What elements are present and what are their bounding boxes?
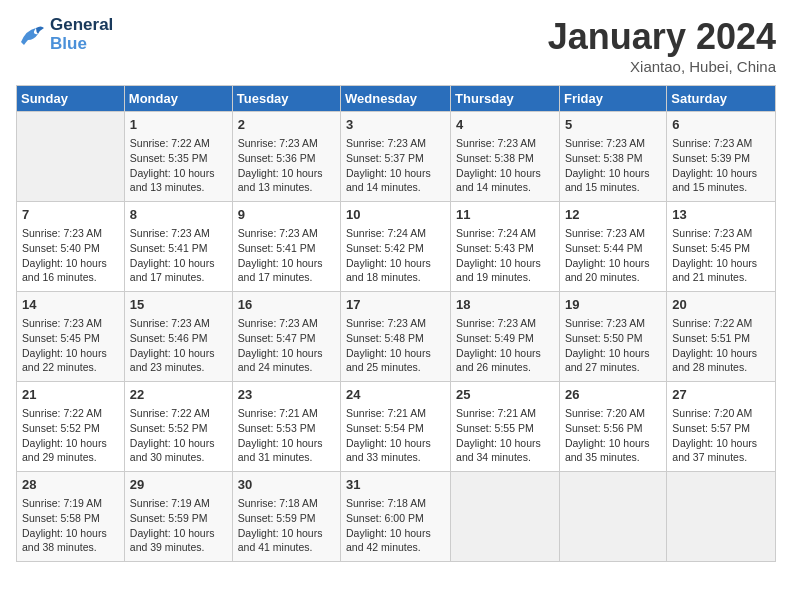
day-info: Sunrise: 7:23 AM Sunset: 5:47 PM Dayligh… (238, 317, 323, 373)
day-number: 25 (456, 386, 554, 404)
calendar-cell: 1Sunrise: 7:22 AM Sunset: 5:35 PM Daylig… (124, 112, 232, 202)
calendar-body: 1Sunrise: 7:22 AM Sunset: 5:35 PM Daylig… (17, 112, 776, 562)
day-info: Sunrise: 7:23 AM Sunset: 5:45 PM Dayligh… (672, 227, 757, 283)
calendar-cell: 18Sunrise: 7:23 AM Sunset: 5:49 PM Dayli… (451, 292, 560, 382)
calendar-cell (559, 472, 666, 562)
calendar-cell: 3Sunrise: 7:23 AM Sunset: 5:37 PM Daylig… (341, 112, 451, 202)
weekday-header: Friday (559, 86, 666, 112)
day-info: Sunrise: 7:22 AM Sunset: 5:52 PM Dayligh… (130, 407, 215, 463)
calendar-week-row: 7Sunrise: 7:23 AM Sunset: 5:40 PM Daylig… (17, 202, 776, 292)
day-info: Sunrise: 7:22 AM Sunset: 5:52 PM Dayligh… (22, 407, 107, 463)
calendar-cell: 22Sunrise: 7:22 AM Sunset: 5:52 PM Dayli… (124, 382, 232, 472)
day-number: 30 (238, 476, 335, 494)
calendar-cell: 6Sunrise: 7:23 AM Sunset: 5:39 PM Daylig… (667, 112, 776, 202)
calendar-cell: 14Sunrise: 7:23 AM Sunset: 5:45 PM Dayli… (17, 292, 125, 382)
weekday-header: Wednesday (341, 86, 451, 112)
day-info: Sunrise: 7:19 AM Sunset: 5:58 PM Dayligh… (22, 497, 107, 553)
calendar-cell: 25Sunrise: 7:21 AM Sunset: 5:55 PM Dayli… (451, 382, 560, 472)
calendar-cell: 5Sunrise: 7:23 AM Sunset: 5:38 PM Daylig… (559, 112, 666, 202)
day-number: 10 (346, 206, 445, 224)
day-number: 21 (22, 386, 119, 404)
day-info: Sunrise: 7:22 AM Sunset: 5:51 PM Dayligh… (672, 317, 757, 373)
day-number: 23 (238, 386, 335, 404)
day-info: Sunrise: 7:23 AM Sunset: 5:48 PM Dayligh… (346, 317, 431, 373)
title-block: January 2024 Xiantao, Hubei, China (548, 16, 776, 75)
day-number: 29 (130, 476, 227, 494)
day-number: 22 (130, 386, 227, 404)
day-number: 17 (346, 296, 445, 314)
day-info: Sunrise: 7:23 AM Sunset: 5:36 PM Dayligh… (238, 137, 323, 193)
calendar-week-row: 14Sunrise: 7:23 AM Sunset: 5:45 PM Dayli… (17, 292, 776, 382)
day-number: 5 (565, 116, 661, 134)
logo: General Blue (16, 16, 113, 53)
day-info: Sunrise: 7:22 AM Sunset: 5:35 PM Dayligh… (130, 137, 215, 193)
calendar-cell: 17Sunrise: 7:23 AM Sunset: 5:48 PM Dayli… (341, 292, 451, 382)
calendar-cell: 23Sunrise: 7:21 AM Sunset: 5:53 PM Dayli… (232, 382, 340, 472)
day-info: Sunrise: 7:21 AM Sunset: 5:54 PM Dayligh… (346, 407, 431, 463)
calendar-cell: 31Sunrise: 7:18 AM Sunset: 6:00 PM Dayli… (341, 472, 451, 562)
day-number: 4 (456, 116, 554, 134)
calendar-week-row: 28Sunrise: 7:19 AM Sunset: 5:58 PM Dayli… (17, 472, 776, 562)
day-info: Sunrise: 7:23 AM Sunset: 5:39 PM Dayligh… (672, 137, 757, 193)
calendar-cell: 8Sunrise: 7:23 AM Sunset: 5:41 PM Daylig… (124, 202, 232, 292)
location: Xiantao, Hubei, China (548, 58, 776, 75)
calendar-cell (17, 112, 125, 202)
day-info: Sunrise: 7:23 AM Sunset: 5:44 PM Dayligh… (565, 227, 650, 283)
day-number: 7 (22, 206, 119, 224)
calendar-cell: 27Sunrise: 7:20 AM Sunset: 5:57 PM Dayli… (667, 382, 776, 472)
page-header: General Blue January 2024 Xiantao, Hubei… (16, 16, 776, 75)
weekday-header: Thursday (451, 86, 560, 112)
day-number: 15 (130, 296, 227, 314)
month-title: January 2024 (548, 16, 776, 58)
day-number: 6 (672, 116, 770, 134)
weekday-header: Sunday (17, 86, 125, 112)
calendar-cell: 2Sunrise: 7:23 AM Sunset: 5:36 PM Daylig… (232, 112, 340, 202)
calendar-cell: 11Sunrise: 7:24 AM Sunset: 5:43 PM Dayli… (451, 202, 560, 292)
calendar-header: SundayMondayTuesdayWednesdayThursdayFrid… (17, 86, 776, 112)
day-info: Sunrise: 7:24 AM Sunset: 5:43 PM Dayligh… (456, 227, 541, 283)
day-info: Sunrise: 7:23 AM Sunset: 5:41 PM Dayligh… (130, 227, 215, 283)
calendar-cell: 28Sunrise: 7:19 AM Sunset: 5:58 PM Dayli… (17, 472, 125, 562)
day-info: Sunrise: 7:23 AM Sunset: 5:49 PM Dayligh… (456, 317, 541, 373)
day-number: 20 (672, 296, 770, 314)
calendar-cell: 19Sunrise: 7:23 AM Sunset: 5:50 PM Dayli… (559, 292, 666, 382)
day-info: Sunrise: 7:24 AM Sunset: 5:42 PM Dayligh… (346, 227, 431, 283)
day-number: 8 (130, 206, 227, 224)
calendar-cell: 30Sunrise: 7:18 AM Sunset: 5:59 PM Dayli… (232, 472, 340, 562)
calendar-week-row: 21Sunrise: 7:22 AM Sunset: 5:52 PM Dayli… (17, 382, 776, 472)
calendar-cell (667, 472, 776, 562)
calendar-week-row: 1Sunrise: 7:22 AM Sunset: 5:35 PM Daylig… (17, 112, 776, 202)
calendar-cell: 29Sunrise: 7:19 AM Sunset: 5:59 PM Dayli… (124, 472, 232, 562)
day-info: Sunrise: 7:23 AM Sunset: 5:50 PM Dayligh… (565, 317, 650, 373)
calendar-cell: 12Sunrise: 7:23 AM Sunset: 5:44 PM Dayli… (559, 202, 666, 292)
day-number: 19 (565, 296, 661, 314)
day-number: 9 (238, 206, 335, 224)
day-number: 12 (565, 206, 661, 224)
calendar-cell: 26Sunrise: 7:20 AM Sunset: 5:56 PM Dayli… (559, 382, 666, 472)
day-number: 18 (456, 296, 554, 314)
day-number: 2 (238, 116, 335, 134)
calendar-cell: 16Sunrise: 7:23 AM Sunset: 5:47 PM Dayli… (232, 292, 340, 382)
day-info: Sunrise: 7:23 AM Sunset: 5:40 PM Dayligh… (22, 227, 107, 283)
day-info: Sunrise: 7:20 AM Sunset: 5:56 PM Dayligh… (565, 407, 650, 463)
logo-text: General Blue (50, 16, 113, 53)
day-number: 31 (346, 476, 445, 494)
calendar-cell: 9Sunrise: 7:23 AM Sunset: 5:41 PM Daylig… (232, 202, 340, 292)
day-info: Sunrise: 7:23 AM Sunset: 5:38 PM Dayligh… (565, 137, 650, 193)
day-number: 14 (22, 296, 119, 314)
weekday-header: Saturday (667, 86, 776, 112)
day-info: Sunrise: 7:18 AM Sunset: 5:59 PM Dayligh… (238, 497, 323, 553)
day-number: 11 (456, 206, 554, 224)
calendar-cell: 4Sunrise: 7:23 AM Sunset: 5:38 PM Daylig… (451, 112, 560, 202)
day-info: Sunrise: 7:20 AM Sunset: 5:57 PM Dayligh… (672, 407, 757, 463)
day-number: 13 (672, 206, 770, 224)
calendar-cell: 21Sunrise: 7:22 AM Sunset: 5:52 PM Dayli… (17, 382, 125, 472)
day-number: 16 (238, 296, 335, 314)
calendar-cell: 10Sunrise: 7:24 AM Sunset: 5:42 PM Dayli… (341, 202, 451, 292)
weekday-header: Tuesday (232, 86, 340, 112)
calendar-table: SundayMondayTuesdayWednesdayThursdayFrid… (16, 85, 776, 562)
weekday-header: Monday (124, 86, 232, 112)
logo-icon (16, 20, 46, 50)
day-info: Sunrise: 7:23 AM Sunset: 5:41 PM Dayligh… (238, 227, 323, 283)
calendar-cell: 20Sunrise: 7:22 AM Sunset: 5:51 PM Dayli… (667, 292, 776, 382)
